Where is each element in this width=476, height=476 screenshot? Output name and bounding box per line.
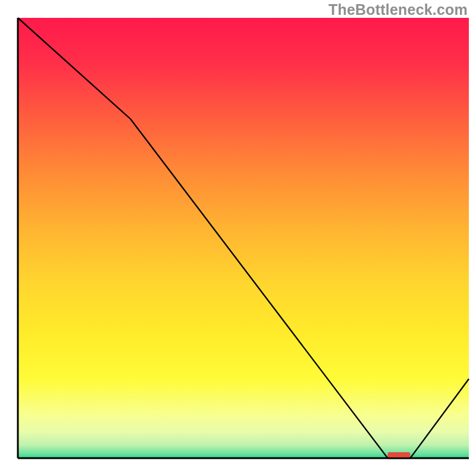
chart-container: TheBottleneck.com: [0, 0, 476, 476]
chart-background: [18, 18, 469, 458]
chart-svg: [0, 0, 476, 476]
optimal-marker: [388, 452, 411, 458]
